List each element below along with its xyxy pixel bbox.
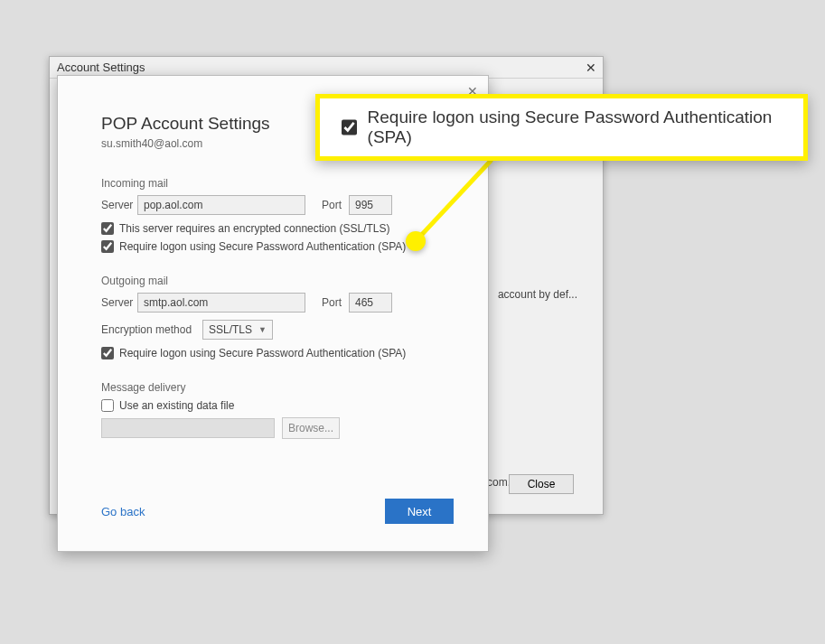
close-button[interactable]: Close	[509, 474, 574, 494]
incoming-port-input[interactable]	[349, 195, 392, 215]
callout-spa-checkbox[interactable]	[342, 119, 357, 135]
incoming-ssl-checkbox[interactable]	[101, 222, 114, 235]
message-delivery-label: Message delivery	[101, 381, 454, 394]
encryption-method-select[interactable]: SSL/TLS ▼	[202, 320, 273, 340]
account-settings-title: Account Settings	[57, 61, 145, 74]
outgoing-spa-label: Require logon using Secure Password Auth…	[119, 347, 406, 359]
outgoing-port-input[interactable]	[349, 293, 392, 313]
close-icon[interactable]: ✕	[583, 60, 599, 76]
existing-file-path-input	[101, 418, 275, 438]
incoming-spa-checkbox[interactable]	[101, 240, 114, 253]
incoming-spa-label: Require logon using Secure Password Auth…	[119, 240, 406, 253]
callout-box: Require logon using Secure Password Auth…	[315, 94, 808, 161]
outgoing-server-input[interactable]	[137, 293, 305, 313]
callout-spa-label: Require logon using Secure Password Auth…	[368, 107, 785, 147]
encryption-method-label: Encryption method	[101, 323, 202, 336]
chevron-down-icon: ▼	[258, 325, 267, 334]
incoming-mail-label: Incoming mail	[101, 177, 454, 190]
incoming-server-input[interactable]	[137, 195, 305, 215]
encryption-method-value: SSL/TLS	[209, 323, 252, 336]
incoming-port-label: Port	[322, 199, 349, 211]
next-button[interactable]: Next	[385, 499, 454, 524]
outgoing-server-label: Server	[101, 296, 137, 309]
callout-highlight-dot	[406, 231, 426, 251]
outgoing-spa-checkbox[interactable]	[101, 347, 114, 359]
outgoing-mail-label: Outgoing mail	[101, 275, 454, 287]
outgoing-port-label: Port	[322, 296, 349, 309]
browse-button[interactable]: Browse...	[282, 417, 340, 439]
use-existing-file-checkbox[interactable]	[101, 399, 114, 412]
account-default-fragment: account by def...	[498, 288, 577, 301]
use-existing-file-label: Use an existing data file	[119, 399, 234, 412]
incoming-ssl-label: This server requires an encrypted connec…	[119, 222, 389, 235]
incoming-server-label: Server	[101, 199, 137, 211]
go-back-link[interactable]: Go back	[101, 505, 145, 518]
